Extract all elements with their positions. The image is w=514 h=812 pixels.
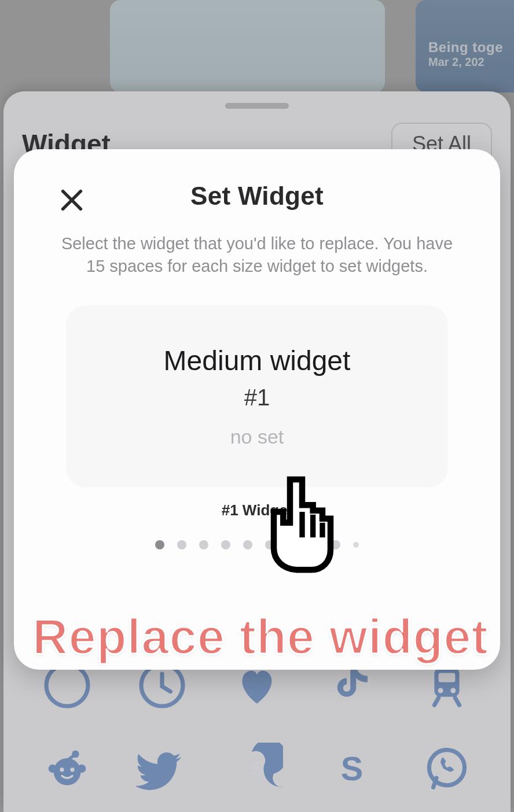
svg-point-4 [438,688,443,693]
svg-text:S: S [341,750,363,787]
icon-grid: S S [7,651,507,812]
page-dot[interactable] [221,540,230,549]
svg-rect-2 [434,667,459,696]
sheet-grabber[interactable] [225,103,289,109]
svg-point-5 [450,688,456,693]
svg-text:S: S [249,756,264,781]
page-dot[interactable] [177,540,186,549]
svg-point-11 [70,767,74,772]
widget-slot-status: no set [230,426,284,448]
bg-card2-line2: Mar 2, 202 [428,56,514,69]
widget-slot-card[interactable]: Medium widget #1 no set [66,305,448,488]
page-dot[interactable] [287,540,296,549]
set-widget-modal: Set Widget Select the widget that you'd … [14,149,500,670]
page-dot[interactable] [243,540,252,549]
reddit-icon[interactable] [20,743,115,795]
modal-description: Select the widget that you'd like to rep… [58,232,457,278]
page-dot[interactable] [331,540,340,549]
page-dot[interactable] [309,540,318,549]
page-dot[interactable] [353,542,359,548]
background-widget-preview-2: Being toge Mar 2, 202 [416,0,514,93]
page-indicator[interactable] [14,540,500,549]
widget-size-label: Medium widget [164,345,351,377]
twitter-icon[interactable] [115,743,210,795]
skype-icon[interactable]: S [210,743,304,795]
page-dot[interactable] [265,540,274,549]
widget-slot-caption: #1 Widget [14,501,500,519]
page-dot[interactable] [155,540,164,549]
svg-point-0 [46,665,88,706]
background-widget-preview [110,0,385,93]
svg-point-10 [60,767,64,772]
bg-card2-line1: Being toge [428,39,514,56]
svg-point-7 [49,765,57,773]
modal-title: Set Widget [44,182,470,211]
whatsapp-icon[interactable] [399,743,494,795]
svg-rect-3 [439,673,456,682]
letter-s-icon[interactable]: S [304,743,399,795]
svg-point-6 [54,758,81,785]
page-dot[interactable] [199,540,208,549]
svg-point-8 [78,765,86,773]
video-caption: Replace the widget [32,608,489,665]
widget-slot-number: #1 [244,385,270,411]
close-button[interactable] [56,184,88,216]
